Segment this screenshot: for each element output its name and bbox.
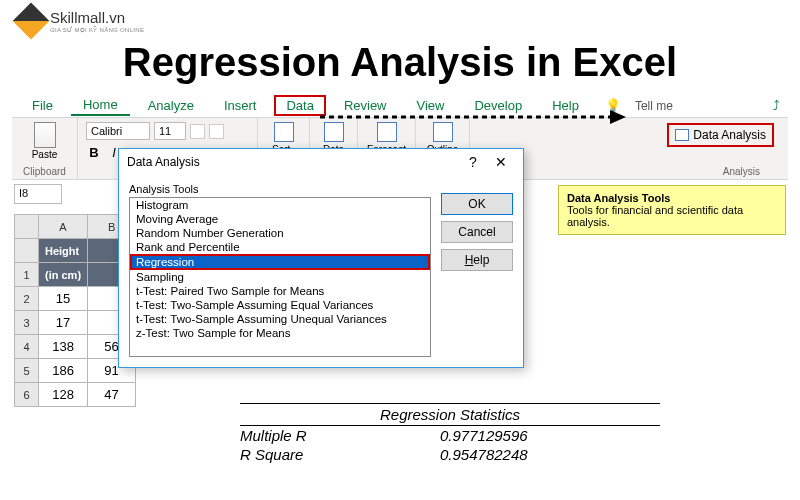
close-icon[interactable]: ✕	[487, 154, 515, 170]
cancel-button[interactable]: Cancel	[441, 221, 513, 243]
regression-stats: Regression Statistics Multiple R0.977129…	[240, 403, 660, 464]
brand-logo: Skillmall.vn GIA SƯ MỌI KỸ NĂNG ONLINE	[18, 8, 144, 34]
list-item[interactable]: t-Test: Two-Sample Assuming Unequal Vari…	[130, 312, 430, 326]
data-tools-icon	[324, 122, 344, 142]
cell[interactable]: 186	[39, 359, 88, 383]
cell-header[interactable]: Height	[39, 239, 88, 263]
tab-review[interactable]: Review	[332, 96, 399, 115]
row-header[interactable]: 2	[15, 287, 39, 311]
list-item[interactable]: z-Test: Two Sample for Means	[130, 326, 430, 340]
tab-analyze[interactable]: Analyze	[136, 96, 206, 115]
cell[interactable]: 17	[39, 311, 88, 335]
tab-file[interactable]: File	[20, 96, 65, 115]
list-item[interactable]: Regression	[130, 254, 430, 270]
page-title: Regression Analysis in Excel	[0, 40, 800, 85]
group-analysis: Analysis	[723, 166, 760, 177]
data-analysis-icon	[675, 129, 689, 141]
help-icon[interactable]: ?	[459, 154, 487, 170]
corner-cell[interactable]	[15, 215, 39, 239]
list-item[interactable]: t-Test: Two-Sample Assuming Equal Varian…	[130, 298, 430, 312]
cell[interactable]: 15	[39, 287, 88, 311]
logo-text: Skillmall.vn	[50, 9, 144, 26]
list-item[interactable]: Moving Average	[130, 212, 430, 226]
row-header[interactable]	[15, 239, 39, 263]
font-size-select[interactable]	[154, 122, 186, 140]
row-header[interactable]: 3	[15, 311, 39, 335]
group-clipboard: Clipboard	[20, 166, 69, 177]
cell[interactable]: 128	[39, 383, 88, 407]
tab-data[interactable]: Data	[274, 95, 325, 116]
dialog-title: Data Analysis	[127, 155, 459, 169]
tab-view[interactable]: View	[405, 96, 457, 115]
cell[interactable]: 47	[88, 383, 136, 407]
data-analysis-button[interactable]: Data Analysis	[667, 123, 774, 147]
data-analysis-label: Data Analysis	[693, 128, 766, 142]
tooltip: Data Analysis Tools Tools for financial …	[558, 185, 786, 235]
ok-button[interactable]: OK	[441, 193, 513, 215]
list-item[interactable]: t-Test: Paired Two Sample for Means	[130, 284, 430, 298]
filter-icon	[274, 122, 294, 142]
lightbulb-icon: 💡	[605, 98, 621, 113]
rstats-key: R Square	[240, 446, 440, 463]
dialog-titlebar[interactable]: Data Analysis ? ✕	[119, 149, 523, 175]
list-item[interactable]: Random Number Generation	[130, 226, 430, 240]
increase-font-icon[interactable]	[190, 124, 205, 139]
paste-button[interactable]: Paste	[20, 122, 69, 160]
rstats-val: 0.954782248	[440, 446, 528, 463]
tab-help[interactable]: Help	[540, 96, 591, 115]
analysis-tools-listbox[interactable]: HistogramMoving AverageRandom Number Gen…	[129, 197, 431, 357]
row-header[interactable]: 6	[15, 383, 39, 407]
data-analysis-dialog: Data Analysis ? ✕ Analysis Tools Histogr…	[118, 148, 524, 368]
paste-label: Paste	[32, 149, 58, 160]
logo-icon	[13, 3, 50, 40]
cell-header[interactable]: (in cm)	[39, 263, 88, 287]
tooltip-title: Data Analysis Tools	[567, 192, 670, 204]
rstats-title: Regression Statistics	[240, 403, 660, 426]
tab-insert[interactable]: Insert	[212, 96, 269, 115]
tell-me-search[interactable]: Tell me	[635, 99, 673, 113]
help-button[interactable]: Help	[441, 249, 513, 271]
clipboard-icon	[34, 122, 56, 148]
cell[interactable]: 138	[39, 335, 88, 359]
logo-tagline: GIA SƯ MỌI KỸ NĂNG ONLINE	[50, 26, 144, 33]
decrease-font-icon[interactable]	[209, 124, 224, 139]
tab-home[interactable]: Home	[71, 95, 130, 116]
name-box[interactable]: I8	[14, 184, 62, 204]
listbox-label: Analysis Tools	[129, 183, 431, 195]
tooltip-body: Tools for financial and scientific data …	[567, 204, 743, 228]
rstats-val: 0.977129596	[440, 427, 528, 444]
list-item[interactable]: Rank and Percentile	[130, 240, 430, 254]
list-item[interactable]: Sampling	[130, 270, 430, 284]
share-icon[interactable]: ⤴	[773, 98, 780, 113]
row-header[interactable]: 5	[15, 359, 39, 383]
forecast-icon	[377, 122, 397, 142]
row-header[interactable]: 4	[15, 335, 39, 359]
row-header[interactable]: 1	[15, 263, 39, 287]
tab-develop[interactable]: Develop	[462, 96, 534, 115]
font-name-select[interactable]	[86, 122, 150, 140]
bold-button[interactable]: B	[86, 145, 102, 160]
ribbon-tabs: File Home Analyze Insert Data Review Vie…	[12, 94, 788, 118]
outline-icon	[433, 122, 453, 142]
list-item[interactable]: Histogram	[130, 198, 430, 212]
rstats-key: Multiple R	[240, 427, 440, 444]
col-header-a[interactable]: A	[39, 215, 88, 239]
help-label: elp	[473, 253, 489, 267]
